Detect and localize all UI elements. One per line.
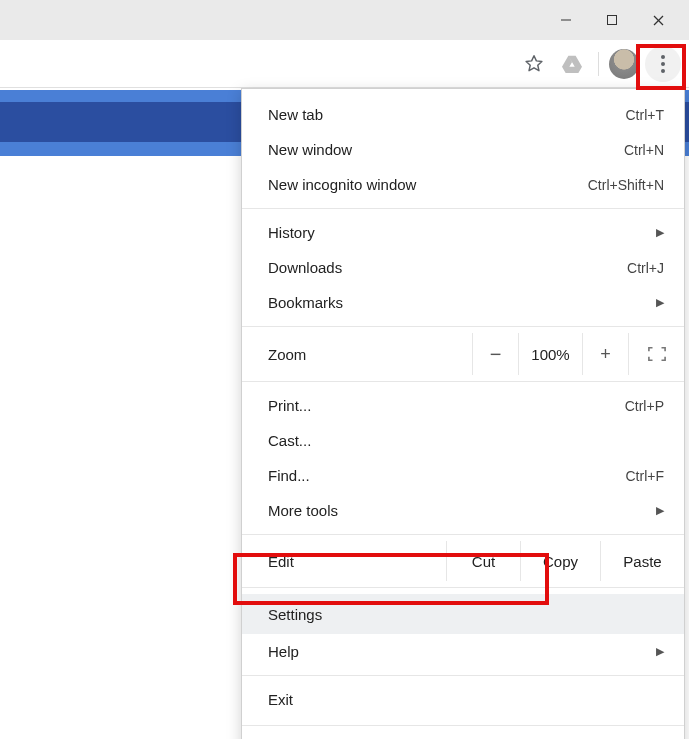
- profile-avatar[interactable]: [609, 49, 639, 79]
- menu-item-find[interactable]: Find... Ctrl+F: [242, 458, 684, 493]
- google-drive-button[interactable]: [556, 48, 588, 80]
- menu-separator: [242, 675, 684, 676]
- menu-label: Exit: [268, 691, 664, 708]
- menu-shortcut: Ctrl+Shift+N: [588, 177, 664, 193]
- menu-item-more-tools[interactable]: More tools ▶: [242, 493, 684, 528]
- menu-label: New tab: [268, 106, 626, 123]
- menu-label: Cast...: [268, 432, 664, 449]
- google-drive-icon: [561, 54, 583, 74]
- menu-shortcut: Ctrl+J: [627, 260, 664, 276]
- browser-toolbar: [0, 40, 689, 88]
- zoom-in-button[interactable]: +: [582, 333, 628, 375]
- submenu-arrow-icon: ▶: [656, 296, 664, 309]
- menu-label: Find...: [268, 467, 626, 484]
- menu-separator: [242, 208, 684, 209]
- menu-separator: [242, 381, 684, 382]
- menu-label: History: [268, 224, 656, 241]
- submenu-arrow-icon: ▶: [656, 645, 664, 658]
- zoom-label: Zoom: [242, 346, 472, 363]
- menu-item-downloads[interactable]: Downloads Ctrl+J: [242, 250, 684, 285]
- star-icon: [523, 53, 545, 75]
- zoom-out-button[interactable]: −: [472, 333, 518, 375]
- menu-shortcut: Ctrl+F: [626, 468, 665, 484]
- submenu-arrow-icon: ▶: [656, 226, 664, 239]
- edit-paste-button[interactable]: Paste: [600, 541, 684, 581]
- edit-cut-button[interactable]: Cut: [446, 541, 520, 581]
- window-maximize-button[interactable]: [589, 0, 635, 40]
- menu-item-help[interactable]: Help ▶: [242, 634, 684, 669]
- menu-item-new-incognito[interactable]: New incognito window Ctrl+Shift+N: [242, 167, 684, 202]
- menu-label: New window: [268, 141, 624, 158]
- menu-label: More tools: [268, 502, 656, 519]
- menu-item-settings[interactable]: Settings: [242, 594, 684, 634]
- menu-item-edit: Edit Cut Copy Paste: [242, 541, 684, 581]
- more-menu-button[interactable]: [645, 46, 681, 82]
- menu-shortcut: Ctrl+N: [624, 142, 664, 158]
- chrome-main-menu: New tab Ctrl+T New window Ctrl+N New inc…: [241, 88, 685, 739]
- menu-item-new-window[interactable]: New window Ctrl+N: [242, 132, 684, 167]
- fullscreen-button[interactable]: [628, 333, 684, 375]
- window-minimize-button[interactable]: [543, 0, 589, 40]
- menu-separator: [242, 326, 684, 327]
- window-close-button[interactable]: [635, 0, 681, 40]
- toolbar-divider: [598, 52, 599, 76]
- menu-label: Downloads: [268, 259, 627, 276]
- menu-label: Settings: [268, 606, 322, 623]
- menu-item-exit[interactable]: Exit: [242, 682, 684, 717]
- menu-item-bookmarks[interactable]: Bookmarks ▶: [242, 285, 684, 320]
- menu-label: Bookmarks: [268, 294, 656, 311]
- fullscreen-icon: [648, 346, 666, 362]
- menu-item-zoom: Zoom − 100% +: [242, 333, 684, 375]
- zoom-value: 100%: [518, 333, 582, 375]
- menu-item-new-tab[interactable]: New tab Ctrl+T: [242, 97, 684, 132]
- menu-label: Help: [268, 643, 656, 660]
- menu-item-cast[interactable]: Cast...: [242, 423, 684, 458]
- window-titlebar: [0, 0, 689, 40]
- bookmark-star-button[interactable]: [518, 48, 550, 80]
- menu-item-history[interactable]: History ▶: [242, 215, 684, 250]
- menu-separator: [242, 534, 684, 535]
- edit-copy-button[interactable]: Copy: [520, 541, 600, 581]
- menu-separator: [242, 587, 684, 588]
- menu-label: Print...: [268, 397, 625, 414]
- menu-shortcut: Ctrl+P: [625, 398, 664, 414]
- menu-item-managed[interactable]: Managed by your organization: [242, 725, 684, 739]
- edit-label: Edit: [242, 541, 446, 581]
- menu-label: New incognito window: [268, 176, 588, 193]
- svg-rect-1: [608, 16, 617, 25]
- menu-shortcut: Ctrl+T: [626, 107, 665, 123]
- submenu-arrow-icon: ▶: [656, 504, 664, 517]
- menu-item-print[interactable]: Print... Ctrl+P: [242, 388, 684, 423]
